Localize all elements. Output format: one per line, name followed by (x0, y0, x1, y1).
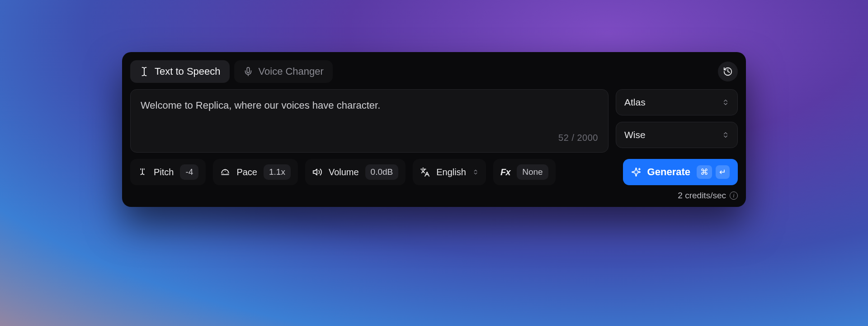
text-input-container: Welcome to Replica, where our voices hav… (130, 89, 609, 153)
fx-icon: Fx (500, 167, 510, 177)
volume-control[interactable]: Volume 0.0dB (305, 159, 406, 185)
param-value: None (517, 164, 548, 180)
tab-label: Voice Changer (259, 66, 324, 77)
middle-row: Welcome to Replica, where our voices hav… (130, 89, 738, 153)
param-value: 1.1x (264, 164, 291, 180)
mode-tabs: Text to Speech Voice Changer (130, 60, 333, 83)
fx-control[interactable]: Fx None (493, 159, 556, 185)
tab-voice-changer[interactable]: Voice Changer (234, 60, 333, 83)
kbd-enter: ↵ (716, 165, 730, 179)
pace-icon (220, 167, 230, 177)
kbd-modifier: ⌘ (697, 165, 712, 179)
volume-icon (312, 167, 322, 177)
pitch-control[interactable]: Pitch -4 (130, 159, 206, 185)
generate-label: Generate (647, 166, 690, 178)
pace-control[interactable]: Pace 1.1x (213, 159, 298, 185)
param-label: English (436, 167, 466, 177)
character-count: 52 / 2000 (558, 133, 598, 143)
tts-panel: Text to Speech Voice Changer Welcome to … (122, 52, 746, 207)
chevron-up-down-icon (722, 131, 729, 139)
params-row: Pitch -4 Pace 1.1x Volume 0.0dB English (130, 159, 738, 185)
pitch-icon (137, 167, 147, 177)
keyboard-shortcut: ⌘ ↵ (697, 165, 730, 179)
param-label: Volume (329, 167, 359, 177)
history-button[interactable] (718, 62, 738, 82)
generate-button[interactable]: Generate ⌘ ↵ (623, 159, 738, 185)
tab-text-to-speech[interactable]: Text to Speech (130, 60, 230, 83)
param-label: Pitch (154, 167, 174, 177)
style-select[interactable]: Wise (616, 122, 738, 148)
svg-marker-1 (313, 169, 317, 175)
text-cursor-icon (139, 67, 149, 77)
sparkles-icon (631, 167, 641, 177)
chevron-up-down-icon (722, 99, 729, 106)
top-row: Text to Speech Voice Changer (130, 60, 738, 83)
language-select[interactable]: English (413, 159, 486, 185)
tab-label: Text to Speech (155, 66, 221, 77)
history-icon (723, 67, 733, 77)
language-icon (420, 167, 430, 177)
param-value: -4 (180, 164, 198, 180)
voice-style-selects: Atlas Wise (616, 89, 738, 153)
chevron-up-down-icon (472, 169, 479, 175)
credits-row: 2 credits/sec i (130, 191, 738, 201)
param-label: Pace (236, 167, 257, 177)
voice-select-value: Atlas (624, 97, 646, 108)
info-icon[interactable]: i (730, 192, 738, 200)
style-select-value: Wise (624, 129, 646, 140)
credits-text: 2 credits/sec (678, 191, 726, 201)
text-input[interactable]: Welcome to Replica, where our voices hav… (141, 99, 598, 113)
param-value: 0.0dB (365, 164, 399, 180)
microphone-icon (243, 67, 253, 77)
voice-select[interactable]: Atlas (616, 89, 738, 115)
